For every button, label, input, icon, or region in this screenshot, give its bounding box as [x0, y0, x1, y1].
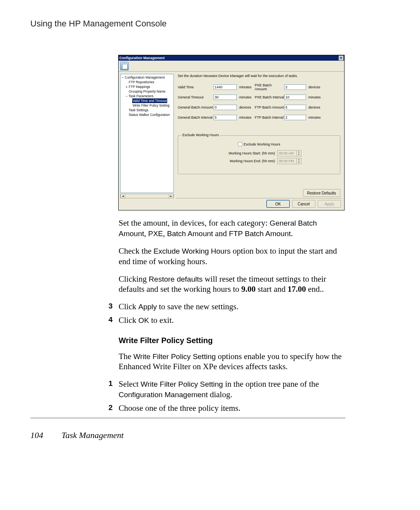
value-wh-start: 09:00 AM [278, 151, 296, 155]
footer-rule [30, 418, 345, 418]
label-wh-end: Working Hours End: (hh mm) [217, 159, 275, 163]
unit-pxe-batch-interval: minutes [306, 95, 322, 99]
ok-button[interactable]: OK [266, 200, 290, 208]
label-ftp-batch-amount: FTP Batch Amount [252, 105, 284, 109]
toolbar-icon[interactable] [120, 62, 129, 70]
toolbar [119, 61, 344, 72]
label-ftp-batch-interval: FTP Batch Interval [252, 116, 284, 119]
scroll-left-icon[interactable]: ◄ [121, 195, 125, 198]
apply-button[interactable]: Apply [318, 200, 341, 208]
unit-pxe-batch-amount: devices [306, 85, 322, 89]
tree-grouping-prop[interactable]: Grouping Property Name [128, 89, 166, 94]
label-wh-start: Working Hours Start: (hh mm) [217, 151, 275, 155]
tree-ftp-repos[interactable]: FTP Repositories [128, 80, 155, 84]
input-ftp-batch-interval[interactable]: 2 [284, 115, 306, 120]
input-general-timeout[interactable]: 30 [214, 95, 237, 100]
window-title: Configuration Management [119, 56, 165, 60]
input-pxe-batch-amount[interactable]: 2 [284, 84, 306, 90]
input-pxe-batch-interval[interactable]: 10 [284, 95, 306, 100]
spin-up-icon[interactable]: ▲ [297, 151, 301, 153]
tree-ftp-mappings[interactable]: FTP Mappings [128, 84, 150, 89]
group-legend: Exclude Working Hours [181, 133, 220, 137]
checkbox-icon[interactable] [238, 142, 242, 146]
chapter-title: Task Management [61, 430, 124, 440]
titlebar: Configuration Management × [119, 55, 344, 61]
tree-h-scrollbar[interactable]: ◄ ► [120, 194, 174, 198]
input-general-batch-interval[interactable]: 5 [214, 115, 237, 120]
label-valid-time: Valid Time [178, 85, 214, 89]
input-valid-time[interactable]: 1440 [214, 84, 237, 90]
checkbox-label: Exclude Working Hours [244, 142, 280, 146]
value-wh-end: 05:00 PM [278, 159, 296, 163]
label-general-batch-interval: General Batch Interval [178, 116, 214, 119]
exclude-wh-checkbox[interactable]: Exclude Working Hours [181, 142, 337, 146]
label-pxe-batch-amount: PXE Batch Amount [252, 83, 284, 91]
section-heading: Write Filter Policy Setting [119, 336, 344, 346]
scroll-right-icon[interactable]: ► [169, 195, 173, 198]
tree-task-settings[interactable]: Task Settings [128, 108, 149, 112]
label-pxe-batch-interval: PXE Batch Interval [252, 95, 284, 99]
spin-down-icon[interactable]: ▼ [297, 153, 301, 156]
input-ftp-batch-amount[interactable]: 5 [284, 105, 306, 110]
unit-general-timeout: minutes [237, 95, 252, 99]
option-tree[interactable]: −Configuration Management FTP Repositori… [120, 74, 174, 193]
input-general-batch-amount[interactable]: 0 [214, 105, 237, 110]
tree-valid-time[interactable]: Valid Time and Timeout [132, 98, 167, 103]
spinner-wh-end[interactable]: 05:00 PM ▲▼ [277, 158, 301, 164]
tree-task-params[interactable]: Task Parameters [128, 94, 154, 98]
pane-description: Set the duration Neoware Device Manager … [178, 74, 342, 78]
restore-defaults-button[interactable]: Restore Defaults [303, 189, 340, 197]
tree-write-filter[interactable]: Write Filter Policy Setting [132, 103, 170, 108]
body-text: Set the amount, in devices, for each cat… [119, 218, 344, 421]
spin-up-icon[interactable]: ▲ [297, 158, 301, 161]
page-number: 104 [30, 430, 43, 440]
spinner-wh-start[interactable]: 09:00 AM ▲▼ [277, 150, 301, 156]
unit-general-batch-amount: devices [237, 105, 252, 109]
unit-valid-time: minutes [237, 85, 252, 89]
label-general-timeout: General Timeout [178, 95, 214, 99]
unit-general-batch-interval: minutes [237, 116, 252, 119]
unit-ftp-batch-amount: devices [306, 105, 322, 109]
label-general-batch-amount: General Batch Amount [178, 105, 214, 109]
close-icon[interactable]: × [339, 56, 343, 60]
page-header: Using the HP Management Console [30, 19, 167, 29]
tree-root[interactable]: Configuration Management [124, 75, 165, 80]
config-mgmt-dialog: Configuration Management × −Configuratio… [118, 55, 345, 210]
cancel-button[interactable]: Cancel [292, 200, 315, 208]
tree-status-walker[interactable]: Status Walker Configuration [128, 112, 170, 117]
separator [176, 198, 342, 198]
unit-ftp-batch-interval: minutes [306, 116, 322, 119]
spin-down-icon[interactable]: ▼ [297, 161, 301, 164]
